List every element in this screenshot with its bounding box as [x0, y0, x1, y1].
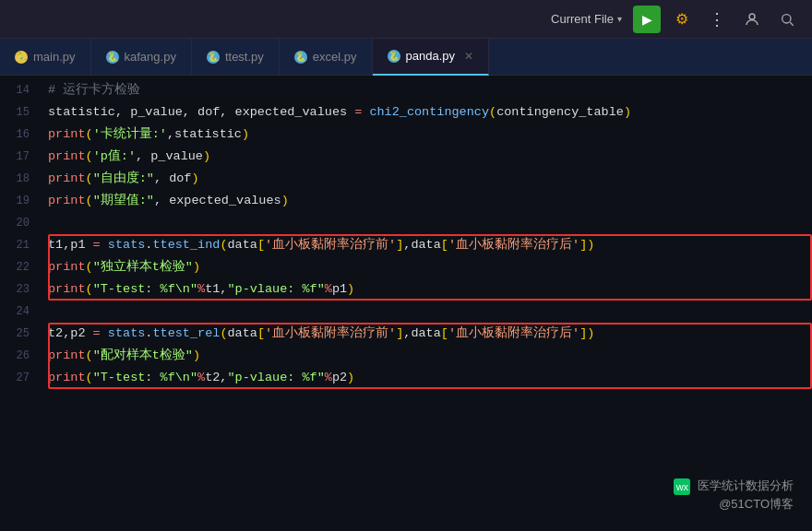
line-content: print("配对样本t检验"): [44, 345, 812, 367]
line-content: print("自由度:", dof): [44, 168, 812, 190]
svg-point-1: [782, 14, 791, 22]
line-number: 16: [0, 124, 44, 146]
line-number: 24: [0, 301, 44, 323]
highlighted-block-b: 25 t2,p2 = stats.ttest_rel(data['血小板黏附率治…: [0, 323, 812, 389]
tab-label-excel: excel.py: [313, 50, 357, 64]
line-content: print('p值:', p_value): [44, 146, 812, 168]
line-number: 19: [0, 190, 44, 212]
line-number: 22: [0, 256, 44, 278]
code-line-22: 22 print("独立样本t检验"): [0, 256, 812, 278]
code-line-24: 24: [0, 301, 812, 323]
search-button[interactable]: [773, 6, 801, 33]
line-content: print("T-test: %f\n"%t1,"p-vlaue: %f"%p1…: [44, 278, 812, 301]
code-line-17: 17 print('p值:', p_value): [0, 146, 812, 168]
chevron-down-icon: ▾: [617, 14, 622, 24]
line-content: print("期望值:", expected_values): [44, 190, 812, 212]
line-number: 20: [0, 212, 44, 234]
tab-icon-ttest: 🐍: [207, 51, 220, 64]
run-button[interactable]: ▶: [633, 6, 661, 33]
code-line-20: 20: [0, 212, 812, 234]
toolbar: Current File ▾ ▶ ⚙ ⋮: [0, 0, 812, 39]
line-content: t2,p2 = stats.ttest_rel(data['血小板黏附率治疗前'…: [44, 323, 812, 345]
code-line-21: 21 t1,p1 = stats.ttest_ind(data['血小板黏附率治…: [0, 234, 812, 256]
tab-kafang[interactable]: 🐍 kafang.py: [91, 39, 192, 76]
svg-point-0: [749, 14, 755, 19]
code-line-23: 23 print("T-test: %f\n"%t1,"p-vlaue: %f"…: [0, 278, 812, 301]
watermark: wx 医学统计数据分析 @51CTO博客: [674, 477, 794, 513]
svg-line-2: [790, 22, 793, 25]
code-line-26: 26 print("配对样本t检验"): [0, 345, 812, 367]
line-number: 15: [0, 101, 44, 124]
debug-button[interactable]: ⚙: [668, 6, 696, 33]
code-line-15: 15 statistic, p_value, dof, expected_val…: [0, 101, 812, 124]
highlighted-block-a: 21 t1,p1 = stats.ttest_ind(data['血小板黏附率治…: [0, 234, 812, 301]
tab-label-kafang: kafang.py: [125, 50, 176, 64]
line-number: 26: [0, 345, 44, 367]
tab-icon-main: 🐍: [15, 51, 28, 64]
line-number: 21: [0, 234, 44, 256]
watermark-line1: wx 医学统计数据分析: [674, 477, 794, 495]
user-button[interactable]: [738, 6, 766, 33]
line-number: 25: [0, 323, 44, 345]
code-line-16: 16 print('卡统计量:',statistic): [0, 124, 812, 146]
tab-label-ttest: ttest.py: [225, 50, 264, 64]
tab-label-panda: panda.py: [406, 49, 456, 63]
line-number: 18: [0, 168, 44, 190]
line-content: # 运行卡方检验: [44, 79, 812, 101]
line-number: 27: [0, 367, 44, 389]
tab-icon-kafang: 🐍: [106, 51, 119, 64]
line-content: print("T-test: %f\n"%t2,"p-vlaue: %f"%p2…: [44, 367, 812, 389]
line-number: 14: [0, 79, 44, 101]
tab-main[interactable]: 🐍 main.py: [0, 39, 91, 76]
tab-bar: 🐍 main.py 🐍 kafang.py 🐍 ttest.py 🐍 excel…: [0, 39, 812, 76]
code-editor: 14 # 运行卡方检验 15 statistic, p_value, dof, …: [0, 76, 812, 531]
tab-excel[interactable]: 🐍 excel.py: [280, 39, 373, 76]
tab-icon-panda: 🐍: [388, 50, 400, 63]
line-number: 17: [0, 146, 44, 168]
watermark-line2: @51CTO博客: [674, 495, 794, 513]
tab-ttest[interactable]: 🐍 ttest.py: [192, 39, 280, 76]
tab-label-main: main.py: [33, 50, 76, 64]
more-options-button[interactable]: ⋮: [703, 6, 731, 33]
line-content: statistic, p_value, dof, expected_values…: [44, 101, 812, 124]
code-lines: 14 # 运行卡方检验 15 statistic, p_value, dof, …: [0, 76, 812, 531]
line-content: print('卡统计量:',statistic): [44, 124, 812, 146]
code-line-27: 27 print("T-test: %f\n"%t2,"p-vlaue: %f"…: [0, 367, 812, 389]
current-file-selector[interactable]: Current File ▾: [551, 12, 622, 26]
code-line-19: 19 print("期望值:", expected_values): [0, 190, 812, 212]
line-content: t1,p1 = stats.ttest_ind(data['血小板黏附率治疗前'…: [44, 234, 812, 256]
wechat-icon: wx: [674, 478, 690, 495]
tab-icon-excel: 🐍: [294, 51, 307, 64]
current-file-label: Current File: [551, 12, 614, 26]
line-content: print("独立样本t检验"): [44, 256, 812, 278]
code-line-18: 18 print("自由度:", dof): [0, 168, 812, 190]
code-line-14: 14 # 运行卡方检验: [0, 79, 812, 101]
code-line-25: 25 t2,p2 = stats.ttest_rel(data['血小板黏附率治…: [0, 323, 812, 345]
line-number: 23: [0, 278, 44, 301]
tab-panda[interactable]: 🐍 panda.py ✕: [373, 39, 490, 76]
tab-close-panda[interactable]: ✕: [464, 51, 473, 62]
